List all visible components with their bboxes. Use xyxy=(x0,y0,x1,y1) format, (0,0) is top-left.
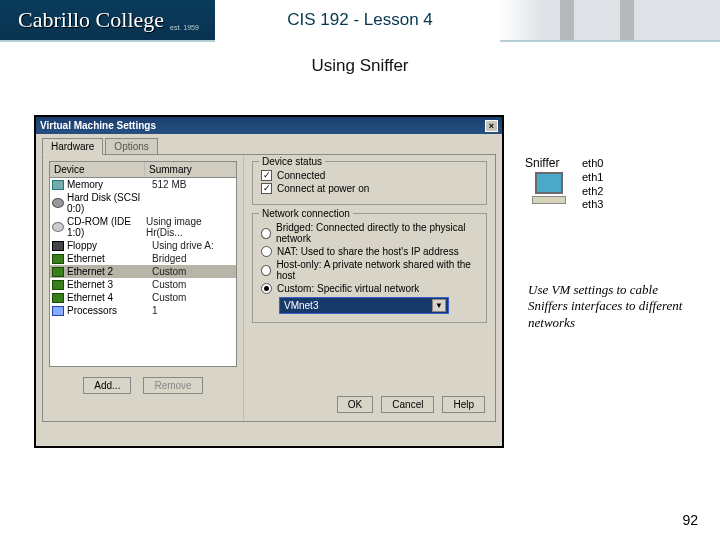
device-name: Ethernet xyxy=(67,253,149,264)
cpu-icon xyxy=(52,306,64,316)
radio-hostonly-label: Host-only: A private network shared with… xyxy=(276,259,478,281)
device-summary: Custom xyxy=(152,266,186,277)
radio-bridged-label: Bridged: Connected directly to the physi… xyxy=(276,222,478,244)
table-row[interactable]: Ethernet 4 Custom xyxy=(50,291,236,304)
chevron-down-icon[interactable]: ▼ xyxy=(432,299,446,312)
eth-item: eth3 xyxy=(582,198,603,212)
cancel-button[interactable]: Cancel xyxy=(381,396,434,413)
course-title: CIS 192 - Lesson 4 xyxy=(287,10,433,30)
table-row[interactable]: Ethernet Bridged xyxy=(50,252,236,265)
dialog-footer: OK Cancel Help xyxy=(337,396,485,413)
device-name: Ethernet 3 xyxy=(67,279,149,290)
device-name: Memory xyxy=(67,179,149,190)
device-summary: 512 MB xyxy=(152,179,186,190)
table-row[interactable]: Memory 512 MB xyxy=(50,178,236,191)
network-connection-title: Network connection xyxy=(259,208,353,219)
network-icon xyxy=(52,254,64,264)
device-summary: Bridged xyxy=(152,253,186,264)
device-name: Ethernet 2 xyxy=(67,266,149,277)
device-name: CD-ROM (IDE 1:0) xyxy=(67,216,143,238)
close-icon[interactable]: × xyxy=(485,120,498,132)
network-icon xyxy=(52,267,64,277)
device-summary: Using image Hr(Dis... xyxy=(146,216,234,238)
device-name: Processors xyxy=(67,305,149,316)
logo-text: Cabrillo College xyxy=(18,7,164,33)
table-row[interactable]: Ethernet 3 Custom xyxy=(50,278,236,291)
dialog-body: Device Summary Memory 512 MB Hard Disk (… xyxy=(42,154,496,422)
table-row[interactable]: Hard Disk (SCSI 0:0) xyxy=(50,191,236,215)
connect-poweron-label: Connect at power on xyxy=(277,183,369,194)
connected-checkbox[interactable]: ✓ xyxy=(261,170,272,181)
device-table-body[interactable]: Memory 512 MB Hard Disk (SCSI 0:0) CD-RO… xyxy=(49,178,237,367)
device-name: Floppy xyxy=(67,240,149,251)
remove-button[interactable]: Remove xyxy=(143,377,202,394)
tab-options[interactable]: Options xyxy=(105,138,157,154)
disk-icon xyxy=(52,198,64,208)
virtual-network-combo[interactable]: VMnet3 ▼ xyxy=(279,297,449,314)
cd-icon xyxy=(52,222,64,232)
network-icon xyxy=(52,280,64,290)
add-button[interactable]: Add... xyxy=(83,377,131,394)
device-status-title: Device status xyxy=(259,156,325,167)
col-summary: Summary xyxy=(145,162,236,177)
tab-hardware[interactable]: Hardware xyxy=(42,138,103,155)
radio-hostonly[interactable] xyxy=(261,265,271,276)
page-number: 92 xyxy=(682,512,698,528)
radio-custom-label: Custom: Specific virtual network xyxy=(277,283,419,294)
sniffer-label: Sniffer xyxy=(525,156,559,170)
device-table-header: Device Summary xyxy=(49,161,237,178)
device-list-pane: Device Summary Memory 512 MB Hard Disk (… xyxy=(43,155,243,421)
device-detail-pane: Device status ✓ Connected ✓ Connect at p… xyxy=(243,155,495,421)
col-device: Device xyxy=(50,162,145,177)
device-summary: Custom xyxy=(152,279,186,290)
table-row[interactable]: Floppy Using drive A: xyxy=(50,239,236,252)
network-icon xyxy=(52,293,64,303)
radio-bridged[interactable] xyxy=(261,228,271,239)
device-summary: Using drive A: xyxy=(152,240,214,251)
floppy-icon xyxy=(52,241,64,251)
device-name: Hard Disk (SCSI 0:0) xyxy=(67,192,149,214)
section-title: Using Sniffer xyxy=(0,56,720,76)
header: Cabrillo College est. 1959 CIS 192 - Les… xyxy=(0,0,720,42)
network-connection-group: Network connection Bridged: Connected di… xyxy=(252,213,487,323)
eth-item: eth2 xyxy=(582,185,603,199)
device-summary: Custom xyxy=(152,292,186,303)
connected-label: Connected xyxy=(277,170,325,181)
table-row[interactable]: CD-ROM (IDE 1:0) Using image Hr(Dis... xyxy=(50,215,236,239)
radio-nat[interactable] xyxy=(261,246,272,257)
device-status-group: Device status ✓ Connected ✓ Connect at p… xyxy=(252,161,487,205)
memory-icon xyxy=(52,180,64,190)
table-row[interactable]: Ethernet 2 Custom xyxy=(50,265,236,278)
header-photo xyxy=(500,0,720,42)
computer-icon xyxy=(530,172,568,208)
connect-poweron-checkbox[interactable]: ✓ xyxy=(261,183,272,194)
vm-settings-dialog: Virtual Machine Settings × Hardware Opti… xyxy=(34,115,504,448)
logo-sub: est. 1959 xyxy=(170,24,199,31)
dialog-titlebar: Virtual Machine Settings × xyxy=(36,117,502,134)
radio-nat-label: NAT: Used to share the host's IP address xyxy=(277,246,459,257)
instruction-note: Use VM settings to cable Sniffers interf… xyxy=(528,282,698,331)
dialog-title-text: Virtual Machine Settings xyxy=(40,120,156,131)
device-summary: 1 xyxy=(152,305,158,316)
eth-item: eth1 xyxy=(582,171,603,185)
eth-list: eth0 eth1 eth2 eth3 xyxy=(582,157,603,212)
tabs: Hardware Options xyxy=(36,134,502,154)
device-name: Ethernet 4 xyxy=(67,292,149,303)
combo-value: VMnet3 xyxy=(284,300,318,311)
table-row[interactable]: Processors 1 xyxy=(50,304,236,317)
logo: Cabrillo College est. 1959 xyxy=(0,0,215,42)
radio-custom[interactable] xyxy=(261,283,272,294)
help-button[interactable]: Help xyxy=(442,396,485,413)
eth-item: eth0 xyxy=(582,157,603,171)
ok-button[interactable]: OK xyxy=(337,396,373,413)
